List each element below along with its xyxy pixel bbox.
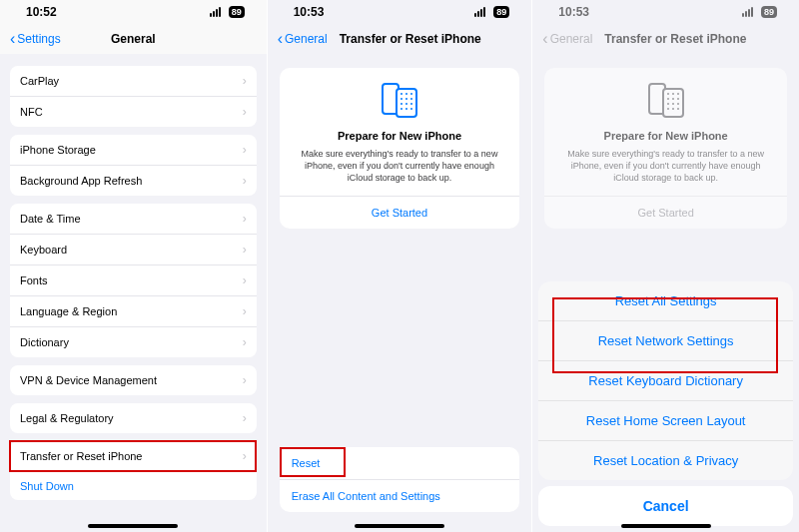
svg-point-6 — [405, 98, 407, 100]
list-item-legal[interactable]: Legal & Regulatory› — [10, 403, 257, 433]
reset-action-sheet: Reset All Settings Reset Network Setting… — [538, 281, 793, 526]
cancel-button[interactable]: Cancel — [538, 486, 793, 526]
back-label: General — [550, 32, 593, 46]
back-button[interactable]: ‹ Settings — [10, 31, 61, 47]
reset-location-privacy[interactable]: Reset Location & Privacy — [538, 441, 793, 480]
reset-keyboard-dictionary[interactable]: Reset Keyboard Dictionary — [538, 361, 793, 401]
page-title: Transfer or Reset iPhone — [604, 32, 746, 46]
home-indicator[interactable] — [88, 524, 178, 528]
svg-point-17 — [672, 93, 674, 95]
back-button[interactable]: ‹ General — [278, 31, 328, 47]
chevron-left-icon: ‹ — [10, 31, 15, 47]
back-label: Settings — [17, 32, 60, 46]
svg-point-18 — [677, 93, 679, 95]
chevron-right-icon: › — [243, 449, 247, 463]
svg-point-9 — [405, 103, 407, 105]
chevron-left-icon: ‹ — [278, 31, 283, 47]
status-right: 89 — [742, 5, 777, 19]
settings-group: VPN & Device Management› — [10, 365, 257, 395]
settings-group: CarPlay› NFC› — [10, 66, 257, 127]
svg-point-21 — [677, 98, 679, 100]
settings-group: Date & Time› Keyboard› Fonts› Language &… — [10, 204, 257, 357]
cellular-icon — [474, 7, 485, 17]
back-label: General — [285, 32, 328, 46]
list-item-transfer-reset[interactable]: Transfer or Reset iPhone› — [10, 441, 257, 472]
svg-point-8 — [400, 103, 402, 105]
reset-home-screen-layout[interactable]: Reset Home Screen Layout — [538, 401, 793, 441]
battery-icon: 89 — [761, 6, 777, 18]
card-description: Make sure everything's ready to transfer… — [558, 148, 773, 184]
svg-point-23 — [672, 103, 674, 105]
reset-all-settings[interactable]: Reset All Settings — [538, 281, 793, 321]
svg-point-26 — [672, 108, 674, 110]
get-started-button: Get Started — [544, 196, 787, 229]
list-item-date-time[interactable]: Date & Time› — [10, 204, 257, 235]
svg-point-22 — [667, 103, 669, 105]
status-time: 10:53 — [558, 5, 589, 19]
nav-header: ‹ General Transfer or Reset iPhone — [268, 24, 532, 54]
chevron-right-icon: › — [243, 212, 247, 226]
list-item-dictionary[interactable]: Dictionary› — [10, 327, 257, 357]
nav-header: ‹ General Transfer or Reset iPhone — [532, 24, 799, 54]
list-item-iphone-storage[interactable]: iPhone Storage› — [10, 135, 257, 166]
list-item-keyboard[interactable]: Keyboard› — [10, 235, 257, 266]
settings-group: Legal & Regulatory› — [10, 403, 257, 433]
screen-reset-sheet: 10:53 89 ‹ General Transfer or Reset iPh… — [532, 0, 799, 532]
settings-group: Transfer or Reset iPhone› Shut Down — [10, 441, 257, 500]
list-item-vpn[interactable]: VPN & Device Management› — [10, 365, 257, 395]
list-item-language-region[interactable]: Language & Region› — [10, 296, 257, 327]
devices-icon — [558, 82, 773, 120]
nav-header: ‹ Settings General — [0, 24, 267, 54]
devices-icon — [294, 82, 506, 120]
chevron-right-icon: › — [243, 335, 247, 349]
svg-point-25 — [667, 108, 669, 110]
svg-point-19 — [667, 98, 669, 100]
list-item-nfc[interactable]: NFC› — [10, 97, 257, 127]
svg-point-4 — [410, 93, 412, 95]
reset-network-settings[interactable]: Reset Network Settings — [538, 321, 793, 361]
chevron-right-icon: › — [243, 105, 247, 119]
sheet-options: Reset All Settings Reset Network Setting… — [538, 281, 793, 480]
chevron-right-icon: › — [243, 373, 247, 387]
chevron-left-icon: ‹ — [542, 31, 547, 47]
cellular-icon — [210, 7, 221, 17]
back-button: ‹ General — [542, 31, 592, 47]
status-bar: 10:53 89 — [268, 0, 532, 24]
svg-point-12 — [405, 108, 407, 110]
svg-point-10 — [410, 103, 412, 105]
status-bar: 10:52 89 — [0, 0, 267, 24]
home-indicator[interactable] — [621, 524, 711, 528]
chevron-right-icon: › — [243, 143, 247, 157]
status-bar: 10:53 89 — [532, 0, 799, 24]
status-right: 89 — [210, 5, 245, 19]
list-item-fonts[interactable]: Fonts› — [10, 266, 257, 296]
svg-point-27 — [677, 108, 679, 110]
chevron-right-icon: › — [243, 174, 247, 188]
chevron-right-icon: › — [243, 411, 247, 425]
cellular-icon — [742, 7, 753, 17]
battery-icon: 89 — [493, 6, 509, 18]
chevron-right-icon: › — [243, 243, 247, 257]
svg-point-3 — [405, 93, 407, 95]
chevron-right-icon: › — [243, 273, 247, 287]
battery-icon: 89 — [229, 6, 245, 18]
status-time: 10:53 — [294, 5, 325, 19]
svg-point-11 — [400, 108, 402, 110]
settings-group: iPhone Storage› Background App Refresh› — [10, 135, 257, 196]
prepare-card: Prepare for New iPhone Make sure everyth… — [544, 68, 787, 229]
svg-point-24 — [677, 103, 679, 105]
list-item-carplay[interactable]: CarPlay› — [10, 66, 257, 97]
erase-all-button[interactable]: Erase All Content and Settings — [280, 480, 520, 512]
list-item-background-refresh[interactable]: Background App Refresh› — [10, 166, 257, 196]
chevron-right-icon: › — [243, 74, 247, 88]
get-started-button[interactable]: Get Started — [280, 196, 520, 229]
chevron-right-icon: › — [243, 304, 247, 318]
status-time: 10:52 — [26, 5, 57, 19]
prepare-card: Prepare for New iPhone Make sure everyth… — [280, 68, 520, 229]
list-item-shutdown[interactable]: Shut Down — [10, 472, 257, 500]
svg-point-2 — [400, 93, 402, 95]
svg-point-7 — [410, 98, 412, 100]
home-indicator[interactable] — [355, 524, 444, 528]
reset-button[interactable]: Reset — [280, 447, 520, 480]
card-title: Prepare for New iPhone — [558, 130, 773, 142]
